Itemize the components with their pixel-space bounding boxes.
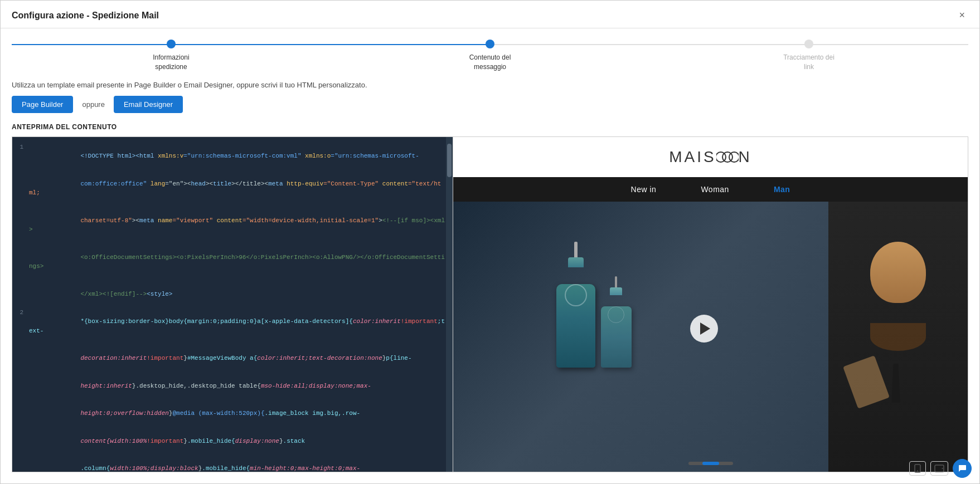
preview-image-area [453, 202, 968, 472]
code-line-1e: </xml><![endif]--><style> [12, 280, 445, 308]
chat-button[interactable] [953, 459, 968, 472]
stepper-steps: Informazionispedizione Contenuto delmess… [12, 40, 968, 72]
dialog-header: Configura azione - Spedizione Mail × [1, 1, 979, 28]
scrollbar-thumb [447, 144, 452, 177]
stepper: Informazionispedizione Contenuto delmess… [12, 40, 968, 72]
man-figure-bg [828, 202, 968, 472]
preview-panel: MAIS N New in Woman Man [453, 137, 968, 472]
mobile-view-button[interactable] [909, 461, 926, 472]
step-label-3: Tracciamento deilink [783, 53, 835, 72]
nav-item-new-in[interactable]: New in [631, 185, 657, 194]
svg-point-6 [942, 468, 943, 469]
preview-logo: MAIS N [669, 148, 752, 166]
step-label-1: Informazionispedizione [153, 53, 189, 72]
toolbar: Page Builder oppure Email Designer [1, 96, 979, 121]
code-line-1c: charset=utf-8"><meta name="viewport" con… [12, 207, 445, 243]
play-button[interactable] [690, 315, 718, 343]
tablet-icon [934, 464, 944, 472]
code-lines: 1 <!DOCTYPE html><html xmlns:v="urn:sche… [12, 137, 445, 472]
bottle-short [601, 276, 632, 368]
preview-nav: New in Woman Man [453, 177, 968, 202]
logo-text-maison: MAIS [669, 148, 716, 166]
content-area: 1 <!DOCTYPE html><html xmlns:v="urn:sche… [12, 136, 968, 472]
scroll-indicator [688, 462, 733, 465]
email-designer-button[interactable]: Email Designer [114, 96, 183, 113]
preview-background [453, 202, 968, 472]
step-label-2: Contenuto delmessaggio [469, 53, 511, 72]
step-dot-3 [804, 40, 813, 48]
bottle-tall [556, 242, 595, 368]
bottle-group [556, 242, 632, 368]
instructions-text: Utilizza un template email presente in P… [1, 77, 979, 96]
close-button[interactable]: × [955, 8, 968, 22]
code-scroll-area[interactable]: 1 <!DOCTYPE html><html xmlns:v="urn:sche… [12, 137, 453, 472]
or-label: oppure [82, 100, 104, 109]
preview-logo-area: MAIS N [453, 137, 968, 177]
svg-point-2 [729, 152, 739, 162]
mobile-icon [913, 464, 922, 472]
code-line-1b: com:office:office" lang="en"><head><titl… [12, 170, 445, 207]
tablet-view-button[interactable] [930, 461, 948, 472]
logo-text-n: N [739, 148, 752, 166]
code-line-2f: .column{width:100%;display:block}.mobile… [12, 455, 445, 472]
logo-circles [716, 149, 739, 165]
stepper-step-2: Contenuto delmessaggio [331, 40, 649, 72]
code-line-2e: content{width:100%!important}.mobile_hid… [12, 427, 445, 455]
code-line-1: 1 <!DOCTYPE html><html xmlns:v="urn:sche… [12, 143, 445, 170]
step-dot-2 [486, 40, 494, 48]
code-editor-panel[interactable]: 1 <!DOCTYPE html><html xmlns:v="urn:sche… [12, 137, 453, 472]
chat-icon [958, 464, 967, 472]
page-builder-button[interactable]: Page Builder [12, 96, 73, 113]
stepper-step-3: Tracciamento deilink [649, 40, 968, 72]
nav-item-woman[interactable]: Woman [701, 185, 729, 194]
vertical-scrollbar[interactable] [446, 137, 453, 472]
stepper-step-1: Informazionispedizione [12, 40, 331, 72]
dialog-container: Configura azione - Spedizione Mail × Inf… [0, 0, 980, 484]
code-line-1d: <o:OfficeDocumentSettings><o:PixelsPerIn… [12, 243, 445, 280]
dialog-title: Configura azione - Spedizione Mail [12, 11, 159, 21]
code-line-2c: height:inherit}.desktop_hide,.desktop_hi… [12, 372, 445, 400]
svg-point-4 [917, 471, 918, 472]
bottom-icons [909, 459, 968, 472]
code-line-2: 2 *{box-sizing:border-box}body{margin:0;… [12, 308, 445, 345]
play-icon [700, 322, 710, 335]
stepper-section: Informazionispedizione Contenuto delmess… [1, 28, 979, 77]
code-line-2d: height:0;overflow:hidden}@media (max-wid… [12, 400, 445, 428]
nav-item-man[interactable]: Man [774, 185, 790, 194]
step-dot-1 [167, 40, 176, 48]
code-line-2b: decoration:inherit!important}#MessageVie… [12, 345, 445, 373]
preview-section-label: ANTEPRIMA DEL CONTENUTO [1, 121, 979, 136]
